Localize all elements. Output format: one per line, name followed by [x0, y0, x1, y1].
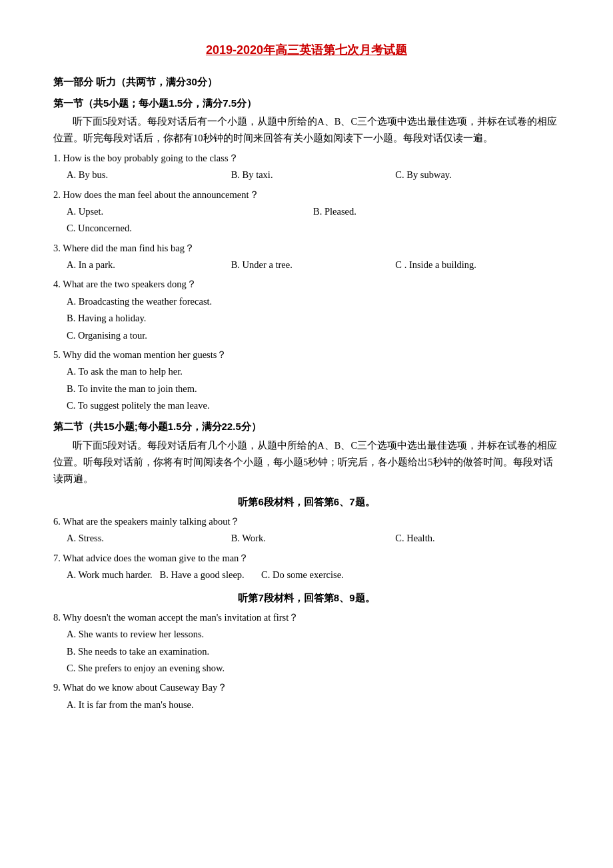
q1-option-a: A. By bus.	[67, 167, 231, 183]
q9-option-a: A. It is far from the man's house.	[67, 697, 560, 713]
q6-options: A. Stress. B. Work. C. Health.	[67, 530, 560, 547]
q3-options: A. In a park. B. Under a tree. C . Insid…	[67, 257, 560, 273]
group2-heading: 听第7段材料，回答第8、9题。	[53, 589, 560, 607]
q4-options: A. Broadcasting the weather forecast. B.…	[67, 293, 560, 344]
q5-option-b: B. To invite the man to join them.	[67, 381, 560, 397]
q4-option-b: B. Having a holiday.	[67, 310, 560, 327]
section2-heading: 第二节（共15小题;每小题1.5分，满分22.5分）	[53, 418, 560, 435]
q8-option-c: C. She prefers to enjoy an evening show.	[67, 660, 560, 677]
page-container: 2019-2020年高三英语第七次月考试题 第一部分 听力（共两节，满分30分）…	[53, 40, 560, 713]
q8-option-b: B. She needs to take an examination.	[67, 643, 560, 660]
q8-options: A. She wants to review her lessons. B. S…	[67, 626, 560, 677]
q7-option-a: A. Work much harder. B. Have a good slee…	[67, 569, 344, 580]
q5-option-a: A. To ask the man to help her.	[67, 363, 560, 380]
q5-option-c: C. To suggest politely the man leave.	[67, 397, 560, 414]
q9-options: A. It is far from the man's house.	[67, 697, 560, 713]
q1-options: A. By bus. B. By taxi. C. By subway.	[67, 167, 560, 183]
question-7: 7. What advice does the woman give to th…	[53, 550, 560, 567]
q2-option-a: A. Upset.	[67, 203, 313, 220]
q2-options-col: C. Unconcerned.	[67, 220, 560, 237]
q4-option-c: C. Organising a tour.	[67, 327, 560, 344]
q3-option-b: B. Under a tree.	[231, 257, 396, 273]
question-8: 8. Why doesn't the woman accept the man'…	[53, 609, 560, 626]
part1-heading: 第一部分 听力（共两节，满分30分）	[53, 73, 560, 91]
q3-option-a: A. In a park.	[67, 257, 231, 273]
question-2: 2. How does the man feel about the annou…	[53, 187, 560, 203]
q6-option-b: B. Work.	[231, 530, 396, 547]
q5-options: A. To ask the man to help her. B. To inv…	[67, 363, 560, 414]
question-5: 5. Why did the woman mention her guests？	[53, 347, 560, 363]
q1-option-b: B. By taxi.	[231, 167, 396, 183]
q2-option-b: B. Pleased.	[313, 203, 560, 220]
section1-intro: 听下面5段对话。每段对话后有一个小题，从题中所给的A、B、C三个选项中选出最佳选…	[53, 113, 560, 147]
q6-option-a: A. Stress.	[67, 530, 231, 547]
question-3: 3. Where did the man find his bag？	[53, 240, 560, 257]
q3-option-c: C . Inside a building.	[395, 257, 560, 273]
q2-option-c: C. Unconcerned.	[67, 220, 560, 237]
question-6: 6. What are the speakers mainly talking …	[53, 513, 560, 530]
section2-intro: 听下面5段对话。每段对话后有几个小题，从题中所给的A、B、C三个选项中选出最佳选…	[53, 437, 560, 488]
question-4: 4. What are the two speakers dong？	[53, 276, 560, 293]
question-1: 1. How is the boy probably going to the …	[53, 150, 560, 167]
q1-option-c: C. By subway.	[395, 167, 560, 183]
page-title: 2019-2020年高三英语第七次月考试题	[53, 40, 560, 61]
question-9: 9. What do we know about Causeway Bay？	[53, 679, 560, 696]
q6-option-c: C. Health.	[395, 530, 560, 547]
q2-options-row: A. Upset. B. Pleased.	[67, 203, 560, 220]
q4-option-a: A. Broadcasting the weather forecast.	[67, 293, 560, 310]
q8-option-a: A. She wants to review her lessons.	[67, 626, 560, 643]
group1-heading: 听第6段材料，回答第6、7题。	[53, 493, 560, 511]
q7-options-wrap: A. Work much harder. B. Have a good slee…	[67, 567, 560, 583]
section1-heading: 第一节（共5小题；每小题1.5分，满分7.5分）	[53, 95, 560, 112]
